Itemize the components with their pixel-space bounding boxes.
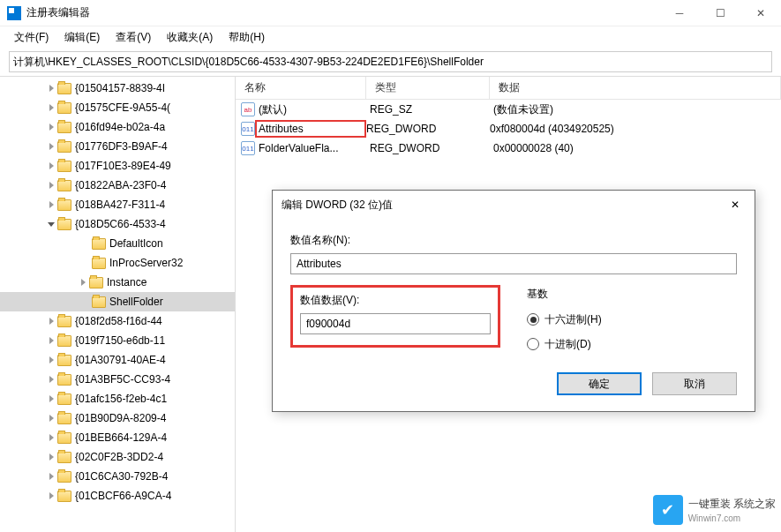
folder-icon — [92, 258, 106, 269]
list-row[interactable]: 011AttributesREG_DWORD0xf080004d (403492… — [236, 119, 781, 139]
menu-view[interactable]: 查看(V) — [109, 28, 158, 47]
folder-icon — [57, 316, 71, 327]
folder-icon — [57, 452, 71, 463]
tree-item[interactable]: {01B90D9A-8209-4 — [0, 408, 235, 428]
tree-item-label: {01BEB664-129A-4 — [75, 431, 167, 444]
tree-item[interactable]: {018f2d58-f16d-44 — [0, 311, 235, 331]
folder-icon — [89, 277, 103, 288]
menu-favorites[interactable]: 收藏夹(A) — [160, 28, 220, 47]
folder-icon — [92, 296, 106, 308]
tree-item[interactable]: {01575CFE-9A55-4( — [0, 98, 235, 117]
radio-dec[interactable]: 十进制(D) — [527, 332, 602, 356]
cell-data: 0xf080004d (4034920525) — [490, 123, 781, 135]
tree-item[interactable]: {017F10E3-89E4-49 — [0, 156, 235, 176]
address-bar[interactable]: 计算机\HKEY_CLASSES_ROOT\CLSID\{018D5C66-45… — [9, 51, 772, 72]
tree-item-label: {01822ABA-23F0-4 — [75, 179, 166, 191]
tree-item-label: {019f7150-e6db-11 — [75, 334, 165, 347]
tree-item[interactable]: {018BA427-F311-4 — [0, 195, 235, 214]
tree-item[interactable]: ShellFolder — [0, 292, 235, 311]
folder-icon — [57, 393, 71, 405]
tree-item-label: {018BA427-F311-4 — [75, 199, 165, 211]
folder-icon — [57, 102, 71, 114]
tree-item-label: {01504157-8839-4I — [75, 82, 165, 94]
tree-item-label: {01C6CA30-792B-4 — [75, 470, 168, 483]
tree-item[interactable]: InProcServer32 — [0, 253, 235, 273]
tree-item-label: {016fd94e-b02a-4a — [75, 121, 165, 133]
folder-icon — [57, 83, 71, 94]
col-header-data[interactable]: 数据 — [490, 77, 781, 99]
tree-item[interactable]: {01A30791-40AE-4 — [0, 350, 235, 370]
tree-item-label: ShellFolder — [109, 296, 163, 308]
tree-item[interactable]: {02C0F2B-3DD2-4 — [0, 447, 235, 467]
tree-item-label: InProcServer32 — [109, 257, 183, 269]
tree-item-label: Instance — [107, 276, 146, 288]
twitter-icon: ✔ — [653, 495, 683, 525]
registry-tree[interactable]: {01504157-8839-4I{01575CFE-9A55-4({016fd… — [0, 77, 236, 532]
dword-value-icon: 011 — [241, 141, 255, 155]
col-header-type[interactable]: 类型 — [366, 77, 490, 99]
tree-item-label: {01afc156-f2eb-4c1 — [75, 393, 167, 405]
menubar: 文件(F) 编辑(E) 查看(V) 收藏夹(A) 帮助(H) — [0, 26, 781, 48]
tree-item-label: {01A3BF5C-CC93-4 — [75, 373, 170, 386]
tree-item[interactable]: {01822ABA-23F0-4 — [0, 176, 235, 195]
folder-icon — [57, 199, 71, 211]
cell-type: REG_DWORD — [366, 123, 490, 135]
list-row[interactable]: 011FolderValueFla...REG_DWORD0x00000028 … — [236, 139, 781, 158]
radio-dec-label: 十进制(D) — [544, 337, 591, 352]
cell-data: 0x00000028 (40) — [493, 142, 781, 154]
value-data-label: 数值数据(V): — [300, 293, 491, 308]
maximize-button[interactable]: ☐ — [700, 0, 740, 26]
tree-item[interactable]: Instance — [0, 273, 235, 292]
tree-item[interactable]: {019f7150-e6db-11 — [0, 331, 235, 350]
tree-item[interactable]: {018D5C66-4533-4 — [0, 214, 235, 234]
tree-item[interactable]: {01504157-8839-4I — [0, 79, 235, 98]
string-value-icon: ab — [241, 102, 255, 116]
edit-dword-dialog: 编辑 DWORD (32 位)值 ✕ 数值名称(N): 数值数据(V): 基数 … — [272, 190, 755, 412]
tree-item[interactable]: {01BEB664-129A-4 — [0, 428, 235, 447]
value-name-input[interactable] — [290, 253, 737, 274]
cell-name: (默认) — [259, 102, 370, 117]
value-data-input[interactable] — [300, 313, 491, 334]
tree-item[interactable]: {01afc156-f2eb-4c1 — [0, 389, 235, 408]
minimize-button[interactable]: ─ — [659, 0, 700, 26]
tree-item-label: {01CBCF66-A9CA-4 — [75, 490, 171, 502]
col-header-name[interactable]: 名称 — [236, 77, 366, 99]
list-row[interactable]: ab(默认)REG_SZ(数值未设置) — [236, 100, 781, 119]
tree-item-label: {01A30791-40AE-4 — [75, 354, 166, 366]
radio-dec-input[interactable] — [527, 338, 539, 350]
cancel-button[interactable]: 取消 — [652, 372, 737, 395]
folder-icon — [57, 161, 71, 172]
value-name-label: 数值名称(N): — [290, 233, 737, 248]
tree-item[interactable]: {01A3BF5C-CC93-4 — [0, 370, 235, 389]
tree-item-label: {017F10E3-89E4-49 — [75, 160, 171, 172]
regedit-icon — [7, 6, 21, 20]
tree-item[interactable]: {01C6CA30-792B-4 — [0, 467, 235, 486]
dword-value-icon: 011 — [241, 122, 255, 136]
folder-icon — [57, 335, 71, 347]
dialog-close-button[interactable]: ✕ — [725, 194, 746, 215]
menu-help[interactable]: 帮助(H) — [222, 28, 272, 47]
radio-hex[interactable]: 十六进制(H) — [527, 307, 602, 332]
cell-type: REG_SZ — [370, 103, 493, 116]
cell-type: REG_DWORD — [370, 142, 493, 154]
radio-hex-input[interactable] — [527, 313, 539, 326]
tree-item[interactable]: DefaultIcon — [0, 234, 235, 253]
cell-name: FolderValueFla... — [259, 142, 370, 154]
folder-icon — [92, 238, 106, 250]
ok-button[interactable]: 确定 — [557, 372, 642, 395]
menu-file[interactable]: 文件(F) — [7, 28, 56, 47]
folder-icon — [57, 374, 71, 386]
folder-icon — [57, 491, 71, 502]
tree-item[interactable]: {01776DF3-B9AF-4 — [0, 137, 235, 156]
tree-item-label: {01575CFE-9A55-4( — [75, 101, 170, 114]
folder-icon — [57, 180, 71, 191]
folder-icon — [57, 471, 71, 483]
tree-item[interactable]: {01CBCF66-A9CA-4 — [0, 486, 235, 506]
tree-item[interactable]: {016fd94e-b02a-4a — [0, 117, 235, 137]
base-label: 基数 — [527, 287, 602, 302]
close-button[interactable]: ✕ — [740, 0, 781, 26]
menu-edit[interactable]: 编辑(E) — [57, 28, 107, 47]
folder-icon — [57, 432, 71, 444]
folder-icon — [57, 355, 71, 366]
window-title: 注册表编辑器 — [26, 5, 90, 20]
